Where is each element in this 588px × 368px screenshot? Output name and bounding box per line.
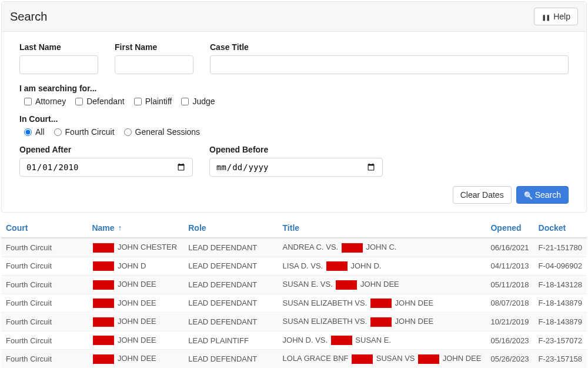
- results-table: Court Name ↑ Role Title Opened Docket Fo…: [1, 218, 587, 368]
- cell-opened: 08/07/2018: [486, 294, 533, 313]
- cell-title: JOHN D. VS. SUSAN E.: [278, 331, 486, 350]
- last-name-input[interactable]: [19, 55, 98, 74]
- cell-court: Fourth Circuit: [1, 276, 87, 294]
- cell-court: Fourth Circuit: [1, 331, 87, 350]
- cell-title: LISA D. VS. JOHN D.: [278, 257, 486, 276]
- cell-docket: F-23-157158: [534, 350, 587, 368]
- case-title-group: Case Title: [210, 42, 569, 74]
- opened-before-input[interactable]: [209, 158, 383, 177]
- opened-after-label: Opened After: [19, 145, 193, 154]
- col-header-role[interactable]: Role: [183, 218, 278, 238]
- cell-name: JOHN DEE: [87, 350, 183, 368]
- redacted-block: [93, 336, 114, 345]
- cell-docket: F-23-157072: [534, 331, 587, 350]
- cell-name: JOHN CHESTER: [87, 238, 183, 257]
- cell-court: Fourth Circuit: [1, 294, 87, 313]
- name-title-row: Last Name First Name Case Title: [19, 42, 569, 74]
- table-row[interactable]: Fourth Circuit JOHN DEELEAD PLAINTIFFJOH…: [1, 331, 587, 350]
- cell-role: LEAD DEFENDANT: [183, 238, 278, 257]
- cell-title: SUSAN ELIZABETH VS. JOHN DEE: [278, 294, 486, 313]
- opened-after-input[interactable]: [19, 158, 193, 177]
- court-general-radio[interactable]: [124, 128, 132, 136]
- first-name-input[interactable]: [115, 55, 193, 74]
- page-title: Search: [10, 10, 47, 24]
- col-header-title[interactable]: Title: [278, 218, 486, 238]
- cell-docket: F-18-143879: [534, 294, 587, 313]
- redacted-block: [93, 280, 114, 290]
- cell-docket: F-21-151780: [534, 238, 587, 257]
- help-button[interactable]: Help: [534, 8, 578, 25]
- cell-name: JOHN D: [87, 257, 183, 276]
- table-row[interactable]: Fourth Circuit JOHN CHESTERLEAD DEFENDAN…: [1, 238, 587, 257]
- cell-docket: F-04-096902: [534, 257, 587, 276]
- panel-body: Last Name First Name Case Title I am sea…: [2, 32, 586, 212]
- table-row[interactable]: Fourth Circuit JOHN DEELEAD DEFENDANTSUS…: [1, 294, 587, 313]
- redacted-block: [93, 354, 114, 364]
- sort-asc-icon: ↑: [118, 223, 122, 233]
- book-icon: [542, 12, 551, 21]
- judge-option[interactable]: Judge: [181, 97, 215, 106]
- court-general-option[interactable]: General Sessions: [124, 127, 201, 137]
- table-row[interactable]: Fourth Circuit JOHN DEELEAD DEFENDANTLOL…: [1, 350, 587, 368]
- cell-court: Fourth Circuit: [1, 238, 87, 257]
- redacted-block: [370, 299, 392, 308]
- redacted-block: [352, 354, 373, 364]
- defendant-checkbox[interactable]: [75, 98, 83, 105]
- court-fourth-radio[interactable]: [54, 128, 62, 136]
- clear-dates-button[interactable]: Clear Dates: [453, 186, 512, 204]
- plaintiff-option[interactable]: Plaintiff: [134, 97, 172, 106]
- table-row[interactable]: Fourth Circuit JOHN DLEAD DEFENDANTLISA …: [1, 257, 587, 276]
- cell-name: JOHN DEE: [87, 313, 183, 331]
- col-header-docket[interactable]: Docket: [534, 218, 587, 238]
- redacted-block: [418, 354, 439, 364]
- opened-before-group: Opened Before: [209, 145, 383, 177]
- search-button[interactable]: Search: [516, 186, 569, 204]
- first-name-label: First Name: [115, 42, 193, 52]
- redacted-block: [93, 243, 114, 253]
- court-fourth-option[interactable]: Fourth Circuit: [54, 127, 115, 137]
- case-title-input[interactable]: [210, 55, 569, 74]
- col-header-court[interactable]: Court: [1, 218, 87, 238]
- court-all-radio[interactable]: [24, 128, 32, 136]
- defendant-option[interactable]: Defendant: [75, 97, 125, 106]
- court-all-option[interactable]: All: [24, 127, 45, 137]
- cell-role: LEAD DEFENDANT: [183, 350, 278, 368]
- court-group: In Court... All Fourth Circuit General S…: [19, 114, 569, 137]
- court-options: All Fourth Circuit General Sessions: [19, 127, 569, 137]
- cell-opened: 06/16/2021: [486, 238, 533, 257]
- role-options: Attorney Defendant Plaintiff Judge: [19, 97, 569, 106]
- cell-title: SUSAN ELIZABETH VS. JOHN DEE: [278, 313, 486, 331]
- attorney-checkbox[interactable]: [24, 98, 32, 105]
- cell-docket: F-18-143879: [534, 313, 587, 331]
- col-header-name[interactable]: Name ↑: [87, 218, 183, 238]
- plaintiff-checkbox[interactable]: [134, 98, 142, 105]
- cell-role: LEAD PLAINTIFF: [183, 331, 278, 350]
- redacted-block: [93, 317, 114, 327]
- cell-court: Fourth Circuit: [1, 350, 87, 368]
- form-actions: Clear Dates Search: [19, 186, 569, 204]
- searching-for-label: I am searching for...: [19, 84, 569, 93]
- search-panel: Search Help Last Name First Name Case Ti…: [1, 1, 587, 213]
- opened-before-label: Opened Before: [209, 145, 383, 154]
- judge-checkbox[interactable]: [181, 98, 189, 105]
- redacted-block: [93, 299, 114, 308]
- cell-opened: 10/21/2019: [486, 313, 533, 331]
- redacted-block: [370, 317, 392, 327]
- table-row[interactable]: Fourth Circuit JOHN DEELEAD DEFENDANTSUS…: [1, 313, 587, 331]
- redacted-block: [331, 336, 352, 345]
- col-header-opened[interactable]: Opened: [486, 218, 533, 238]
- attorney-option[interactable]: Attorney: [24, 97, 66, 106]
- last-name-label: Last Name: [19, 42, 98, 52]
- cell-role: LEAD DEFENDANT: [183, 313, 278, 331]
- panel-header: Search Help: [2, 2, 586, 32]
- cell-court: Fourth Circuit: [1, 313, 87, 331]
- redacted-block: [342, 243, 363, 253]
- cell-opened: 05/11/2018: [486, 276, 533, 294]
- table-body: Fourth Circuit JOHN CHESTERLEAD DEFENDAN…: [1, 238, 587, 368]
- last-name-group: Last Name: [19, 42, 98, 74]
- table-row[interactable]: Fourth Circuit JOHN DEELEAD DEFENDANTSUS…: [1, 276, 587, 294]
- cell-name: JOHN DEE: [87, 331, 183, 350]
- cell-name: JOHN DEE: [87, 294, 183, 313]
- search-btn-label: Search: [535, 190, 561, 200]
- table-header-row: Court Name ↑ Role Title Opened Docket: [1, 218, 587, 238]
